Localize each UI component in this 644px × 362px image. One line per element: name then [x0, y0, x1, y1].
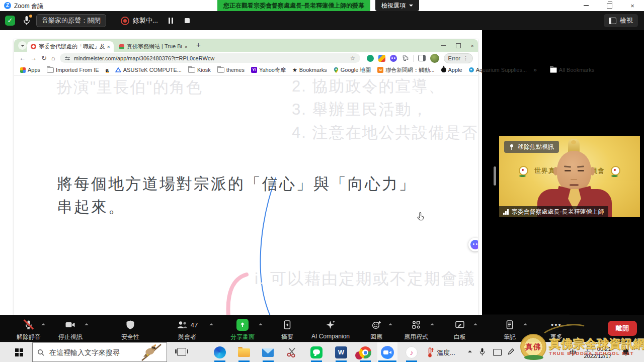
- whiteboard-button[interactable]: 白板: [440, 319, 480, 341]
- minimize-button[interactable]: [575, 0, 598, 11]
- view-options-button[interactable]: 檢視選項: [375, 0, 419, 11]
- view-button[interactable]: 檢視: [604, 14, 638, 27]
- participants-chevron[interactable]: [209, 323, 213, 325]
- reload-button[interactable]: ↻: [41, 55, 47, 61]
- tray-clock[interactable]: 上午 00:21 2022/12/17: [580, 345, 616, 359]
- tab-true-buddha[interactable]: 真佛宗務網站 | True Buddha Sc ×: [116, 41, 191, 52]
- leave-button[interactable]: 離開: [608, 321, 637, 336]
- tab-mindmeister[interactable]: 宗委會代辦處的「職能」及「權限 ×: [27, 41, 114, 52]
- bookmark-udn[interactable]: u聯合新聞網：觸動...: [377, 66, 434, 74]
- whiteboard-chevron[interactable]: [473, 323, 477, 325]
- task-view-button[interactable]: [177, 348, 186, 356]
- mindmap-node-faded[interactable]: 3. 舉辦里民活動，: [292, 99, 428, 120]
- summary-button[interactable]: 摘要: [267, 319, 307, 341]
- taskbar-zoom-active[interactable]: [377, 342, 397, 362]
- address-bar[interactable]: mindmeister.com/app/map/3062480376?t=RPL…: [60, 53, 360, 63]
- taskbar-explorer[interactable]: [238, 346, 250, 358]
- bookmark-asus[interactable]: ASUSTeK COMPUTE...: [115, 67, 182, 73]
- error-button[interactable]: Error ⋮: [444, 53, 473, 63]
- browser-maximize-icon[interactable]: [456, 43, 461, 48]
- extension-icon-assistant[interactable]: [390, 55, 397, 62]
- url-text[interactable]: mindmeister.com/app/map/3062480376?t=RPL…: [74, 55, 347, 61]
- unmute-button[interactable]: 解除靜音: [9, 319, 49, 341]
- browser-minimize-icon[interactable]: [441, 45, 446, 46]
- bookmark-bookmarks[interactable]: ★Bookmarks: [292, 67, 327, 73]
- video-options-chevron[interactable]: [85, 323, 89, 325]
- tray-mic-icon[interactable]: [479, 347, 486, 358]
- bookmark-kiosk-folder[interactable]: Kiosk: [188, 67, 211, 73]
- notes-button[interactable]: 筆記: [490, 319, 530, 341]
- taskbar-word[interactable]: W: [335, 346, 347, 358]
- mindmap-canvas[interactable]: 扮演"里長伯"的角色 2. 協助政令的宣導、 3. 舉辦里民活動， 4. 注意在…: [14, 76, 478, 315]
- close-button[interactable]: ×: [621, 0, 644, 11]
- audio-status-icon[interactable]: [23, 15, 32, 26]
- share-options-chevron[interactable]: [259, 323, 263, 325]
- stop-recording-button[interactable]: [185, 18, 190, 23]
- mindmap-node-faded[interactable]: 2. 協助政令的宣導、: [292, 76, 445, 97]
- restore-button[interactable]: [598, 0, 621, 11]
- taskbar-search[interactable]: [32, 342, 167, 362]
- search-input[interactable]: [48, 348, 126, 357]
- bookmark-imported-folder[interactable]: Imported From IE: [47, 67, 99, 73]
- notes-chevron[interactable]: [523, 323, 527, 325]
- bookmarks-overflow-icon[interactable]: »: [533, 66, 537, 73]
- temperature-label[interactable]: 溫度...: [437, 348, 455, 357]
- apps-button[interactable]: 應用程式: [396, 319, 436, 341]
- participants-button[interactable]: 47 與會者: [167, 319, 207, 341]
- more-button[interactable]: ••• 更多: [536, 319, 577, 341]
- mindmap-node-faded[interactable]: 扮演"里長伯"的角色: [57, 77, 203, 98]
- tab-close-icon[interactable]: ×: [107, 44, 110, 50]
- security-button[interactable]: 安全性: [110, 319, 150, 341]
- original-sound-button[interactable]: 音樂家的原聲：關閉: [36, 14, 106, 27]
- bookmark-apps[interactable]: Apps: [20, 67, 40, 73]
- remove-spotlight-button[interactable]: 移除焦點視訊: [504, 141, 559, 153]
- mindmap-node-main[interactable]: 將每個地方道場對宗派的「信心」與「向心力」 串起來。: [57, 172, 416, 219]
- audio-options-chevron[interactable]: [41, 323, 45, 325]
- taskbar-chrome[interactable]: [359, 346, 371, 358]
- taskbar-edge[interactable]: [214, 346, 226, 358]
- tab-close-icon[interactable]: ×: [185, 44, 188, 50]
- temperature-widget[interactable]: [427, 347, 434, 360]
- home-button[interactable]: ⌂: [51, 55, 55, 61]
- tab-search-button[interactable]: [18, 41, 27, 50]
- browser-menu-icon[interactable]: ⋮: [463, 55, 468, 61]
- notification-bell-icon[interactable]: [622, 348, 630, 358]
- new-tab-button[interactable]: +: [196, 40, 201, 49]
- browser-close-icon[interactable]: ×: [471, 43, 474, 49]
- bookmark-yahoo[interactable]: Y!Yahoo奇摩: [251, 66, 286, 74]
- taskbar-line[interactable]: [310, 346, 323, 358]
- start-button[interactable]: [15, 348, 23, 356]
- bookmark-themes-folder[interactable]: themes: [217, 67, 245, 73]
- site-info-icon[interactable]: [64, 55, 70, 61]
- bookmark-apple[interactable]: Apple: [441, 67, 462, 73]
- tray-pen-icon[interactable]: [507, 348, 515, 357]
- reactions-chevron[interactable]: [388, 323, 392, 325]
- speaker-video-thumbnail[interactable]: 世界真佛宗宗務委員會 移除焦點視訊 宗委會督察處處長-長老釋蓮僧上師: [499, 136, 640, 217]
- side-panel-icon[interactable]: [418, 55, 426, 61]
- forward-button[interactable]: →: [30, 55, 37, 61]
- mindmap-node-faded[interactable]: i. 可以藉由定期或不定期會議: [255, 268, 475, 290]
- tray-expand-chevron[interactable]: [468, 350, 472, 352]
- stop-video-button[interactable]: 停止視訊: [50, 319, 91, 341]
- taskbar-mail[interactable]: [262, 346, 274, 358]
- bookmark-google-maps[interactable]: Google 地圖: [334, 66, 371, 74]
- tray-display-icon[interactable]: [493, 349, 502, 356]
- mindmap-node-faded[interactable]: 4. 注意在地公共設備是否: [292, 122, 478, 143]
- video-panel-handle[interactable]: [494, 166, 496, 186]
- ime-indicator[interactable]: 中: [570, 348, 576, 357]
- extensions-puzzle-icon[interactable]: [401, 55, 409, 62]
- pause-recording-button[interactable]: [169, 18, 173, 24]
- apps-chevron[interactable]: [430, 323, 434, 325]
- security-shield-icon[interactable]: ✓: [5, 16, 15, 26]
- bookmark-star-icon[interactable]: ☆: [350, 55, 356, 62]
- all-bookmarks[interactable]: All Bookmarks: [550, 67, 594, 73]
- bookmark-aquarium[interactable]: Aquarium Supplies...: [469, 67, 527, 73]
- bookmark-amazon[interactable]: a: [106, 67, 109, 73]
- extension-icon-green[interactable]: [367, 55, 374, 62]
- extension-icon-color[interactable]: [378, 55, 385, 62]
- taskbar-itunes[interactable]: ♪: [406, 346, 418, 358]
- share-screen-button[interactable]: 分享畫面: [222, 319, 263, 341]
- ai-companion-button[interactable]: AI Companion: [303, 319, 358, 340]
- back-button[interactable]: ←: [19, 55, 26, 61]
- reactions-button[interactable]: 回應: [356, 319, 396, 341]
